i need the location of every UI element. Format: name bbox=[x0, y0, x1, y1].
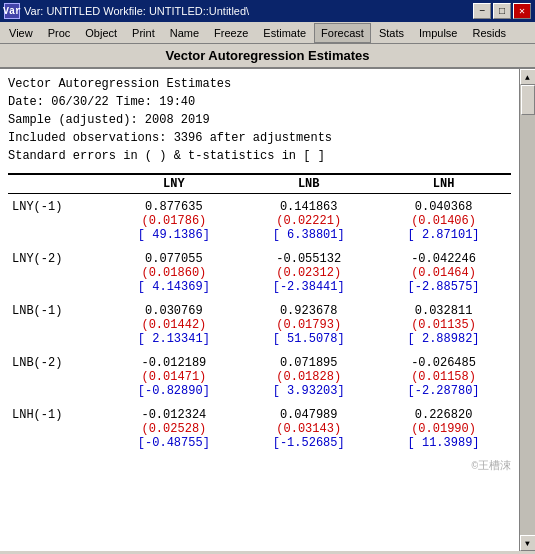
menu-stats[interactable]: Stats bbox=[372, 23, 411, 43]
num-cell: -0.012189(0.01471)[-0.82890] bbox=[106, 350, 241, 398]
title-bar-buttons: − □ ✕ bbox=[473, 3, 531, 19]
row-label: LNY(-1) bbox=[8, 194, 106, 243]
val-se: (0.02528) bbox=[110, 422, 237, 436]
val-t: [-2.88575] bbox=[380, 280, 507, 294]
row-label: LNB(-1) bbox=[8, 298, 106, 346]
val-t: [ 51.5078] bbox=[245, 332, 372, 346]
num-cell: -0.042246(0.01464)[-2.88575] bbox=[376, 246, 511, 294]
val-se: (0.01860) bbox=[110, 266, 237, 280]
num-cell: 0.877635(0.01786)[ 49.1386] bbox=[106, 194, 241, 243]
menu-object[interactable]: Object bbox=[78, 23, 124, 43]
col-header-label bbox=[8, 174, 106, 194]
val-t: [ 3.93203] bbox=[245, 384, 372, 398]
val-main: 0.923678 bbox=[245, 304, 372, 318]
menu-view[interactable]: View bbox=[2, 23, 40, 43]
app-icon: Var bbox=[4, 3, 20, 19]
val-t: [-0.82890] bbox=[110, 384, 237, 398]
val-main: -0.012189 bbox=[110, 356, 237, 370]
menu-impulse[interactable]: Impulse bbox=[412, 23, 465, 43]
val-main: 0.071895 bbox=[245, 356, 372, 370]
title-bar: Var Var: UNTITLED Workfile: UNTITLED::Un… bbox=[0, 0, 535, 22]
table-row: LNB(-2)-0.012189(0.01471)[-0.82890]0.071… bbox=[8, 350, 511, 398]
row-label: LNY(-2) bbox=[8, 246, 106, 294]
title-bar-text: Var: UNTITLED Workfile: UNTITLED::Untitl… bbox=[24, 5, 473, 17]
val-se: (0.03143) bbox=[245, 422, 372, 436]
val-main: 0.032811 bbox=[380, 304, 507, 318]
close-button[interactable]: ✕ bbox=[513, 3, 531, 19]
val-se: (0.01135) bbox=[380, 318, 507, 332]
menu-estimate[interactable]: Estimate bbox=[256, 23, 313, 43]
val-t: [-0.48755] bbox=[110, 436, 237, 450]
info-line2: Date: 06/30/22 Time: 19:40 bbox=[8, 93, 511, 111]
minimize-button[interactable]: − bbox=[473, 3, 491, 19]
num-cell: 0.923678(0.01793)[ 51.5078] bbox=[241, 298, 376, 346]
val-se: (0.01786) bbox=[110, 214, 237, 228]
val-t: [ 11.3989] bbox=[380, 436, 507, 450]
menu-freeze[interactable]: Freeze bbox=[207, 23, 255, 43]
val-main: 0.141863 bbox=[245, 200, 372, 214]
row-label: LNH(-1) bbox=[8, 402, 106, 450]
val-se: (0.01464) bbox=[380, 266, 507, 280]
num-cell: 0.071895(0.01828)[ 3.93203] bbox=[241, 350, 376, 398]
num-cell: 0.032811(0.01135)[ 2.88982] bbox=[376, 298, 511, 346]
main-area: Vector Autoregression Estimates Date: 06… bbox=[0, 69, 535, 551]
val-se: (0.01406) bbox=[380, 214, 507, 228]
var-table: LNY LNB LNH LNY(-1)0.877635(0.01786)[ 49… bbox=[8, 173, 511, 454]
scroll-thumb[interactable] bbox=[521, 85, 535, 115]
val-main: 0.040368 bbox=[380, 200, 507, 214]
val-main: 0.077055 bbox=[110, 252, 237, 266]
val-se: (0.01471) bbox=[110, 370, 237, 384]
info-line1: Vector Autoregression Estimates bbox=[8, 75, 511, 93]
val-main: -0.042246 bbox=[380, 252, 507, 266]
table-row: LNY(-2)0.077055(0.01860)[ 4.14369]-0.055… bbox=[8, 246, 511, 294]
table-row: LNY(-1)0.877635(0.01786)[ 49.1386]0.1418… bbox=[8, 194, 511, 243]
watermark: ©王槽涑 bbox=[8, 458, 511, 473]
menu-name[interactable]: Name bbox=[163, 23, 206, 43]
num-cell: 0.077055(0.01860)[ 4.14369] bbox=[106, 246, 241, 294]
table-header-row: LNY LNB LNH bbox=[8, 174, 511, 194]
info-block: Vector Autoregression Estimates Date: 06… bbox=[8, 75, 511, 165]
num-cell: -0.055132(0.02312)[-2.38441] bbox=[241, 246, 376, 294]
maximize-button[interactable]: □ bbox=[493, 3, 511, 19]
val-t: [ 2.13341] bbox=[110, 332, 237, 346]
val-se: (0.01793) bbox=[245, 318, 372, 332]
val-t: [ 6.38801] bbox=[245, 228, 372, 242]
val-se: (0.01158) bbox=[380, 370, 507, 384]
val-se: (0.01990) bbox=[380, 422, 507, 436]
val-se: (0.02221) bbox=[245, 214, 372, 228]
num-cell: 0.141863(0.02221)[ 6.38801] bbox=[241, 194, 376, 243]
val-t: [ 2.87101] bbox=[380, 228, 507, 242]
num-cell: 0.047989(0.03143)[-1.52685] bbox=[241, 402, 376, 450]
menu-resids[interactable]: Resids bbox=[466, 23, 514, 43]
menu-bar: View Proc Object Print Name Freeze Estim… bbox=[0, 22, 535, 44]
menu-proc[interactable]: Proc bbox=[41, 23, 78, 43]
val-t: [ 4.14369] bbox=[110, 280, 237, 294]
val-main: 0.030769 bbox=[110, 304, 237, 318]
num-cell: 0.040368(0.01406)[ 2.87101] bbox=[376, 194, 511, 243]
menu-forecast[interactable]: Forecast bbox=[314, 23, 371, 43]
menu-print[interactable]: Print bbox=[125, 23, 162, 43]
row-label: LNB(-2) bbox=[8, 350, 106, 398]
scroll-track[interactable] bbox=[520, 85, 536, 535]
scroll-down-arrow[interactable]: ▼ bbox=[520, 535, 536, 551]
info-line4: Included observations: 3396 after adjust… bbox=[8, 129, 511, 147]
num-cell: -0.026485(0.01158)[-2.28780] bbox=[376, 350, 511, 398]
val-se: (0.02312) bbox=[245, 266, 372, 280]
info-line3: Sample (adjusted): 2008 2019 bbox=[8, 111, 511, 129]
val-main: 0.226820 bbox=[380, 408, 507, 422]
col-header-lny: LNY bbox=[106, 174, 241, 194]
num-cell: 0.030769(0.01442)[ 2.13341] bbox=[106, 298, 241, 346]
val-main: 0.877635 bbox=[110, 200, 237, 214]
content-scroll[interactable]: Vector Autoregression Estimates Date: 06… bbox=[0, 69, 519, 551]
val-main: 0.047989 bbox=[245, 408, 372, 422]
scroll-up-arrow[interactable]: ▲ bbox=[520, 69, 536, 85]
val-t: [-2.38441] bbox=[245, 280, 372, 294]
scrollbar[interactable]: ▲ ▼ bbox=[519, 69, 535, 551]
col-header-lnh: LNH bbox=[376, 174, 511, 194]
val-t: [-2.28780] bbox=[380, 384, 507, 398]
col-header-lnb: LNB bbox=[241, 174, 376, 194]
table-row: LNH(-1)-0.012324(0.02528)[-0.48755]0.047… bbox=[8, 402, 511, 450]
val-t: [-1.52685] bbox=[245, 436, 372, 450]
val-main: -0.012324 bbox=[110, 408, 237, 422]
num-cell: -0.012324(0.02528)[-0.48755] bbox=[106, 402, 241, 450]
